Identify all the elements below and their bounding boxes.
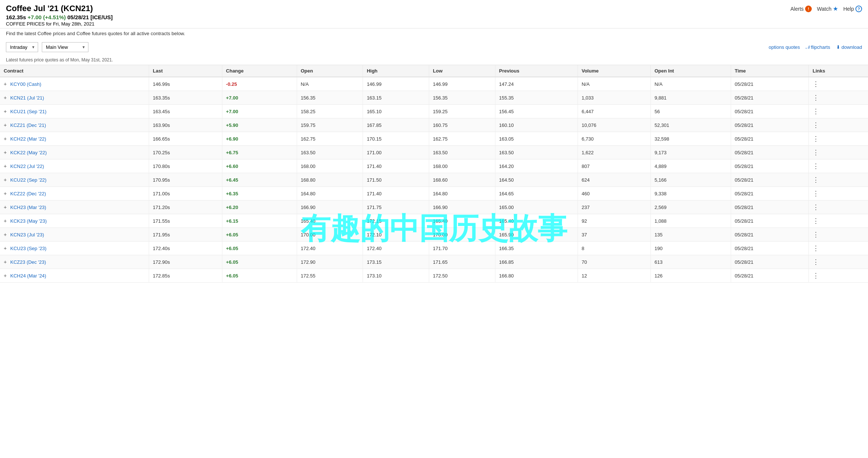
cell-open-int: 9,173 (650, 146, 731, 159)
period-select-wrapper[interactable]: Intraday Daily Weekly Monthly (6, 42, 38, 52)
cell-open: 163.50 (297, 146, 363, 159)
watch-button[interactable]: Watch ★ (817, 5, 838, 12)
contract-link[interactable]: KCU23 (Sep '23) (10, 246, 47, 251)
add-icon[interactable]: + (4, 149, 7, 155)
contract-link[interactable]: KCH22 (Mar '22) (10, 136, 46, 142)
add-icon[interactable]: + (4, 259, 7, 265)
contract-link[interactable]: KCZ21 (Dec '21) (10, 122, 46, 128)
cell-open: 168.80 (297, 173, 363, 187)
add-icon[interactable]: + (4, 273, 7, 279)
links-menu-icon[interactable]: ⋮ (813, 217, 819, 225)
download-link[interactable]: ⬇ download (836, 44, 862, 50)
add-icon[interactable]: + (4, 232, 7, 238)
cell-volume: 460 (578, 187, 650, 201)
links-menu-icon[interactable]: ⋮ (813, 149, 819, 156)
watch-label: Watch (817, 6, 831, 12)
cell-links: ⋮ (809, 132, 868, 146)
contract-link[interactable]: KCU21 (Sep '21) (10, 109, 47, 114)
add-icon[interactable]: + (4, 163, 7, 169)
flipcharts-icon: 𝒩 (806, 44, 811, 50)
current-price: 162.35s (6, 14, 26, 20)
cell-time: 05/28/21 (731, 255, 809, 269)
toolbar-right: options quotes 𝒩 flipcharts ⬇ download (768, 44, 862, 50)
cell-high: 163.15 (363, 91, 429, 105)
contract-link[interactable]: KCZ23 (Dec '23) (10, 259, 46, 265)
links-menu-icon[interactable]: ⋮ (813, 231, 819, 238)
cell-previous: 147.24 (495, 77, 578, 91)
add-icon[interactable]: + (4, 204, 7, 210)
cell-open-int: 52,301 (650, 118, 731, 132)
table-row: + KCK23 (May '23) 171.55s +6.15 165.40 1… (0, 214, 868, 228)
contract-link[interactable]: KCK23 (May '23) (10, 218, 47, 224)
table-row: + KCU21 (Sep '21) 163.45s +7.00 158.25 1… (0, 105, 868, 118)
view-select-wrapper[interactable]: Main View Technical View Performance (42, 42, 88, 52)
options-quotes-link[interactable]: options quotes (768, 44, 800, 50)
links-menu-icon[interactable]: ⋮ (813, 190, 819, 197)
contract-link[interactable]: KCZ22 (Dec '22) (10, 191, 46, 196)
table-row: + KCZ21 (Dec '21) 163.90s +5.90 159.75 1… (0, 118, 868, 132)
cell-previous: 165.90 (495, 228, 578, 242)
add-icon[interactable]: + (4, 108, 7, 114)
cell-time: 05/28/21 (731, 118, 809, 132)
links-menu-icon[interactable]: ⋮ (813, 80, 819, 88)
alerts-button[interactable]: Alerts ! (790, 6, 812, 12)
help-icon: ? (855, 6, 862, 12)
contract-link[interactable]: KCY00 (Cash) (10, 81, 41, 87)
contract-link[interactable]: KCN21 (Jul '21) (10, 95, 44, 101)
add-icon[interactable]: + (4, 245, 7, 251)
cell-change: +6.75 (222, 146, 297, 159)
cell-last: 170.80s (149, 159, 222, 173)
cell-time: 05/28/21 (731, 132, 809, 146)
cell-links: ⋮ (809, 105, 868, 118)
contract-link[interactable]: KCH24 (Mar '24) (10, 273, 46, 279)
contract-link[interactable]: KCN23 (Jul '23) (10, 232, 44, 238)
cell-links: ⋮ (809, 242, 868, 255)
cell-high: 172.15 (363, 214, 429, 228)
contract-link[interactable]: KCU22 (Sep '22) (10, 177, 47, 183)
cell-low: 170.00 (429, 228, 495, 242)
links-menu-icon[interactable]: ⋮ (813, 203, 819, 211)
links-menu-icon[interactable]: ⋮ (813, 121, 819, 129)
add-icon[interactable]: + (4, 122, 7, 128)
links-menu-icon[interactable]: ⋮ (813, 245, 819, 252)
star-icon: ★ (833, 5, 838, 12)
add-icon[interactable]: + (4, 177, 7, 183)
table-row: + KCH22 (Mar '22) 166.65s +6.90 162.75 1… (0, 132, 868, 146)
add-icon[interactable]: + (4, 191, 7, 196)
view-select[interactable]: Main View Technical View Performance (42, 42, 88, 52)
cell-previous: 164.20 (495, 159, 578, 173)
links-menu-icon[interactable]: ⋮ (813, 176, 819, 183)
cell-open-int: 9,338 (650, 187, 731, 201)
add-icon[interactable]: + (4, 95, 7, 101)
table-row: + KCU23 (Sep '23) 172.40s +6.05 172.40 1… (0, 242, 868, 255)
links-menu-icon[interactable]: ⋮ (813, 272, 819, 279)
contract-link[interactable]: KCH23 (Mar '23) (10, 205, 46, 210)
cell-low: 159.25 (429, 105, 495, 118)
add-icon[interactable]: + (4, 136, 7, 142)
subtitle-bold: COFFEE PRICES (6, 21, 45, 27)
cell-last: 171.20s (149, 201, 222, 214)
add-icon[interactable]: + (4, 81, 7, 87)
cell-high: 171.00 (363, 146, 429, 159)
cell-high: 172.40 (363, 242, 429, 255)
download-icon: ⬇ (836, 44, 842, 50)
help-button[interactable]: Help ? (843, 6, 862, 12)
flipcharts-link[interactable]: 𝒩 flipcharts (806, 44, 830, 50)
period-select[interactable]: Intraday Daily Weekly Monthly (6, 42, 38, 52)
quote-time: Latest futures price quotes as of Mon, M… (0, 56, 868, 65)
add-icon[interactable]: + (4, 218, 7, 224)
cell-contract: + KCU23 (Sep '23) (0, 242, 149, 255)
links-menu-icon[interactable]: ⋮ (813, 135, 819, 142)
cell-contract: + KCU21 (Sep '21) (0, 105, 149, 118)
links-menu-icon[interactable]: ⋮ (813, 162, 819, 170)
cell-volume: 807 (578, 159, 650, 173)
cell-contract: + KCH23 (Mar '23) (0, 201, 149, 214)
links-menu-icon[interactable]: ⋮ (813, 108, 819, 115)
cell-open: 166.90 (297, 201, 363, 214)
contract-link[interactable]: KCK22 (May '22) (10, 150, 47, 155)
links-menu-icon[interactable]: ⋮ (813, 94, 819, 101)
cell-low: 162.75 (429, 132, 495, 146)
contract-link[interactable]: KCN22 (Jul '22) (10, 164, 44, 169)
cell-high: 172.10 (363, 228, 429, 242)
links-menu-icon[interactable]: ⋮ (813, 258, 819, 266)
